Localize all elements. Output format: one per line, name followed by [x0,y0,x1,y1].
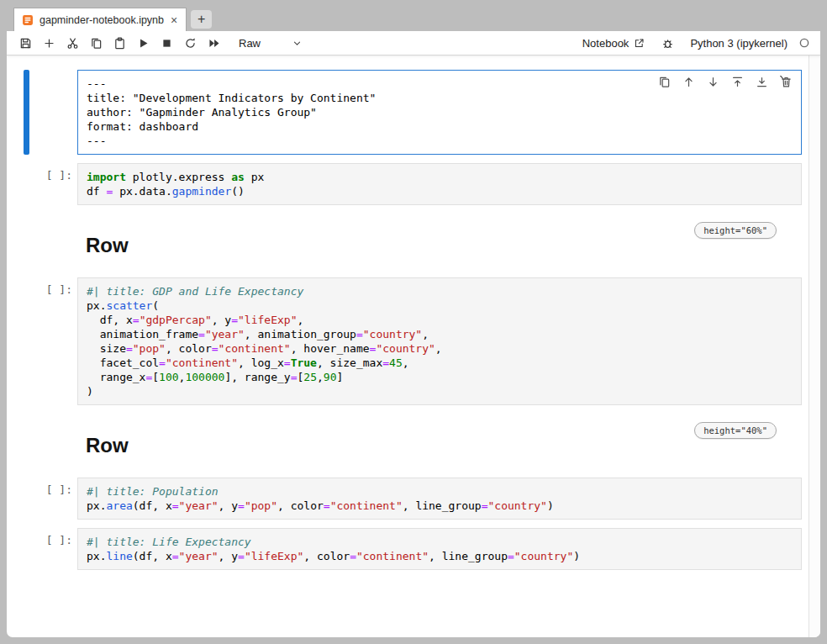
cell-4-markdown-row[interactable]: Row height="40%" [7,409,809,473]
tab-notebook[interactable]: gapminder-notebook.ipynb × [13,8,187,31]
restart-kernel-icon[interactable] [178,33,202,53]
cell-collapser[interactable] [24,478,29,520]
notebook-panel: Raw Notebook Python 3 (ipykernel) [7,31,820,637]
copy-cells-icon[interactable] [84,33,108,53]
delete-cell-icon[interactable] [779,75,793,89]
tab-title: gapminder-notebook.ipynb [40,14,164,26]
code-editor[interactable]: #| title: GDP and Life Expectancypx.scat… [77,277,802,405]
cell-collapser[interactable] [24,277,29,405]
external-link-icon [634,38,645,49]
cell-source[interactable]: #| title: GDP and Life Expectancypx.scat… [87,284,794,399]
cell-type-select[interactable]: Raw [234,35,308,51]
scrollbar[interactable] [809,55,820,637]
execution-count-prompt [29,414,77,469]
notebook-tools-button[interactable]: Notebook [582,37,645,50]
insert-cell-above-icon[interactable] [730,75,745,89]
cell-collapser[interactable] [24,163,29,205]
cell-source[interactable]: import plotly.express as pxdf = px.data.… [87,170,794,198]
rendered-markdown: Row height="40%" [77,414,802,469]
row-heading: Row [86,234,129,257]
execution-count-prompt: [ ]: [29,478,77,520]
cell-0-raw-yaml-frontmatter[interactable]: ---title: "Development Indicators by Con… [7,66,809,159]
paste-cells-icon[interactable] [108,33,131,53]
height-attribute-badge: height="60%" [694,222,777,239]
execution-count-prompt: [ ]: [29,277,77,405]
row-heading: Row [86,434,129,457]
cell-2-markdown-row[interactable]: Row height="60%" [7,209,809,273]
cell-collapser[interactable] [24,214,29,269]
execution-count-prompt [29,214,77,269]
duplicate-cell-icon[interactable] [657,75,672,89]
kernel-status-icon[interactable] [798,37,810,49]
move-cell-up-icon[interactable] [682,75,696,89]
cell-source[interactable]: #| title: Life Expectancypx.line(df, x="… [87,535,794,563]
rendered-markdown: Row height="60%" [77,214,802,269]
code-editor[interactable]: import plotly.express as pxdf = px.data.… [77,163,802,205]
debugger-bug-icon[interactable] [656,33,679,53]
jupyterlab-window: gapminder-notebook.ipynb × + [7,7,820,637]
cell-6-code-line[interactable]: [ ]: #| title: Life Expectancypx.line(df… [7,524,809,574]
insert-cell-icon[interactable] [37,33,61,53]
new-tab-button[interactable]: + [191,10,212,29]
tab-close-icon[interactable]: × [170,14,178,26]
interrupt-kernel-icon[interactable] [155,33,178,53]
execution-count-prompt: [ ]: [29,163,77,205]
insert-cell-below-icon[interactable] [755,75,769,89]
cell-5-code-area[interactable]: [ ]: #| title: Populationpx.area(df, x="… [7,473,809,524]
cut-cells-icon[interactable] [61,33,84,53]
code-editor[interactable]: #| title: Life Expectancypx.line(df, x="… [77,528,802,570]
height-attribute-badge: height="40%" [694,422,777,439]
cell-list: ---title: "Development Indicators by Con… [7,55,809,637]
notebook-label: Notebook [582,37,629,50]
cell-collapser[interactable] [24,414,29,469]
cell-source[interactable]: #| title: Populationpx.area(df, x="year"… [87,484,794,513]
cell-collapser[interactable] [24,528,29,570]
notebook-toolbar: Raw Notebook Python 3 (ipykernel) [7,31,820,55]
code-editor[interactable]: #| title: Populationpx.area(df, x="year"… [77,478,802,520]
cell-1-code-imports[interactable]: [ ]: import plotly.express as pxdf = px.… [7,159,809,209]
execution-count-prompt: [ ]: [29,528,77,570]
cell-collapser[interactable] [24,70,29,155]
cell-toolbar [657,75,793,89]
run-cell-icon[interactable] [131,33,155,53]
restart-run-all-icon[interactable] [202,33,225,53]
tab-bar: gapminder-notebook.ipynb × + [7,7,820,31]
notebook-content: ---title: "Development Indicators by Con… [7,55,820,637]
cell-3-code-scatter[interactable]: [ ]: #| title: GDP and Life Expectancypx… [7,273,809,409]
chevron-down-icon [292,38,303,49]
cell-type-value: Raw [239,37,261,50]
save-icon[interactable] [13,33,37,53]
toolbar-right-group: Notebook Python 3 (ipykernel) [582,33,814,53]
notebook-file-icon [22,14,34,26]
code-editor[interactable]: ---title: "Development Indicators by Con… [77,70,802,155]
execution-count-prompt [29,70,77,155]
move-cell-down-icon[interactable] [706,75,720,89]
kernel-name[interactable]: Python 3 (ipykernel) [690,37,787,50]
